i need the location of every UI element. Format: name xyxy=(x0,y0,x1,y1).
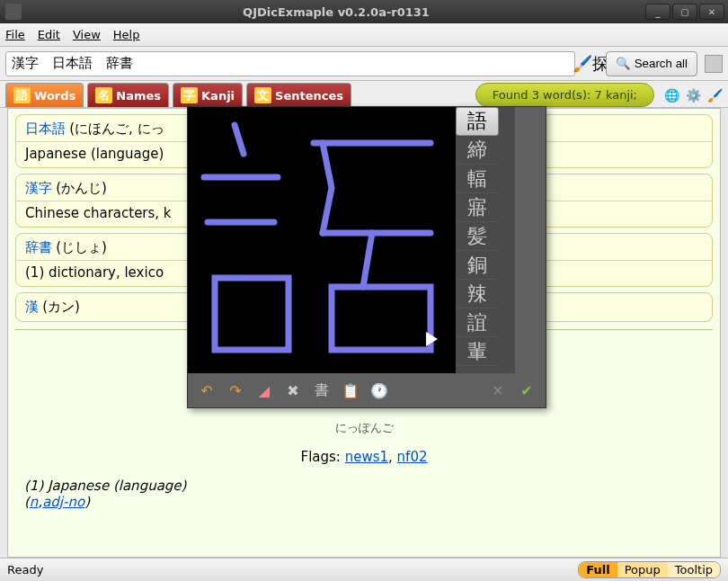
display-mode-switch: Full Popup Tooltip xyxy=(578,561,721,578)
detail-sense: (1) Japanese (language) (n,adj-no) xyxy=(15,478,713,510)
result-summary: Found 3 word(s): 7 kanji; xyxy=(475,83,654,107)
candidate-item[interactable]: 誼 xyxy=(456,308,499,337)
candidate-list[interactable]: 語 締 輻 寤 髪 銅 辣 誼 輩 xyxy=(456,107,515,373)
tabs-row: 語Words 名Names 字Kanji 文Sentences Found 3 … xyxy=(0,81,728,108)
entry-reading: (じしょ) xyxy=(56,239,107,255)
entry-headword: 漢 xyxy=(25,299,39,315)
window-buttons: _ ▢ ✕ xyxy=(645,4,724,20)
menu-file[interactable]: File xyxy=(5,28,25,41)
handwriting-toolbar: ↶ ↷ ◢ ✖ 書 📋 🕐 ✕ ✔ xyxy=(188,373,546,407)
entry-reading: (かんじ) xyxy=(56,180,107,196)
tab-words-kanji: 語 xyxy=(13,87,31,103)
tab-kanji-label: Kanji xyxy=(201,89,235,103)
brush-icon[interactable]: 🖌️探 xyxy=(579,52,602,76)
entry-headword: 漢字 xyxy=(25,180,52,196)
search-toolbar: 漢字 日本語 辞書 🖌️探 🔍 Search all xyxy=(0,47,728,81)
mode-tooltip[interactable]: Tooltip xyxy=(668,562,720,577)
search-all-button[interactable]: 🔍 Search all xyxy=(606,51,697,76)
menu-help[interactable]: Help xyxy=(113,28,140,41)
redo-icon[interactable]: ↷ xyxy=(226,380,245,400)
tab-words-label: Words xyxy=(34,89,75,103)
search-input-value: 漢字 日本語 辞書 xyxy=(12,55,133,72)
undo-icon[interactable]: ↶ xyxy=(197,380,217,400)
search-all-label: Search all xyxy=(635,57,688,70)
flag-link[interactable]: news1 xyxy=(345,449,388,465)
candidate-item[interactable]: 輩 xyxy=(456,337,499,366)
eraser-icon[interactable]: ◢ xyxy=(254,380,274,400)
entry-reading: (にほんご, にっ xyxy=(69,121,164,137)
tab-names-label: Names xyxy=(116,89,161,103)
globe-icon[interactable]: 🌐 xyxy=(663,87,679,103)
mode-full[interactable]: Full xyxy=(579,562,617,577)
gear-icon[interactable]: ⚙️ xyxy=(685,87,701,103)
status-text: Ready xyxy=(7,563,43,577)
candidate-item[interactable]: 銅 xyxy=(456,251,499,280)
clipboard-icon[interactable]: 📋 xyxy=(341,380,360,400)
tool-icons: 🌐 ⚙️ 🖌️ xyxy=(663,83,723,107)
tab-sentences-label: Sentences xyxy=(275,89,343,103)
settings-icon[interactable]: ✖ xyxy=(283,380,303,400)
tab-sentences[interactable]: 文Sentences xyxy=(246,83,351,107)
tab-kanji[interactable]: 字Kanji xyxy=(173,83,243,107)
entry-headword: 日本語 xyxy=(25,121,66,137)
tab-names-kanji: 名 xyxy=(95,87,112,103)
candidate-item[interactable]: 辣 xyxy=(456,280,499,308)
handwriting-canvas[interactable] xyxy=(188,107,457,373)
pos-link[interactable]: adj-no xyxy=(42,494,84,510)
titlebar: QJDicExmaple v0.2.0a-r0131 _ ▢ ✕ xyxy=(0,0,728,23)
menubar: File Edit View Help xyxy=(0,23,728,47)
tab-kanji-kanji: 字 xyxy=(181,87,198,103)
search-icon: 🔍 xyxy=(616,57,631,70)
tab-sentences-kanji: 文 xyxy=(254,87,271,103)
maximize-button[interactable]: ▢ xyxy=(672,4,697,20)
candidate-panel: 語 締 輻 寤 髪 銅 辣 誼 輩 xyxy=(456,107,546,373)
window-title: QJDicExmaple v0.2.0a-r0131 xyxy=(27,5,645,19)
clock-icon[interactable]: 🕐 xyxy=(369,380,389,400)
candidate-item[interactable]: 語 xyxy=(456,107,499,136)
menu-edit[interactable]: Edit xyxy=(38,28,60,41)
candidate-item[interactable]: 髪 xyxy=(456,222,499,251)
entry-headword: 辞書 xyxy=(25,239,52,255)
tab-names[interactable]: 名Names xyxy=(87,83,169,107)
candidate-item[interactable]: 締 xyxy=(456,136,499,165)
statusbar: Ready Full Popup Tooltip xyxy=(0,558,728,581)
cancel-icon[interactable]: ✕ xyxy=(488,380,508,400)
detail-flags: Flags: news1, nf02 xyxy=(15,449,713,465)
search-input[interactable]: 漢字 日本語 辞書 xyxy=(5,51,575,76)
confirm-icon[interactable]: ✔ xyxy=(517,380,537,400)
mode-popup[interactable]: Popup xyxy=(617,562,668,577)
detail-reading-alt: にっぽんご xyxy=(15,420,713,436)
minimize-button[interactable]: _ xyxy=(645,4,670,20)
candidate-item[interactable]: 寤 xyxy=(456,193,499,222)
drawer-icon[interactable] xyxy=(705,55,723,73)
pos-link[interactable]: n xyxy=(30,494,39,510)
close-button[interactable]: ✕ xyxy=(699,4,724,20)
flag-link[interactable]: nf02 xyxy=(397,449,428,465)
handwriting-pad: 語 締 輻 寤 髪 銅 辣 誼 輩 ↶ ↷ ◢ ✖ 書 📋 🕐 ✕ ✔ xyxy=(187,106,546,408)
tab-words[interactable]: 語Words xyxy=(5,83,84,107)
menu-view[interactable]: View xyxy=(73,28,101,41)
brush-icon[interactable]: 書 xyxy=(312,380,332,400)
entry-reading: (カン) xyxy=(42,299,80,315)
candidate-item[interactable]: 輻 xyxy=(456,165,499,193)
app-icon xyxy=(5,4,22,20)
clear-icon[interactable]: 🖌️ xyxy=(706,87,723,103)
